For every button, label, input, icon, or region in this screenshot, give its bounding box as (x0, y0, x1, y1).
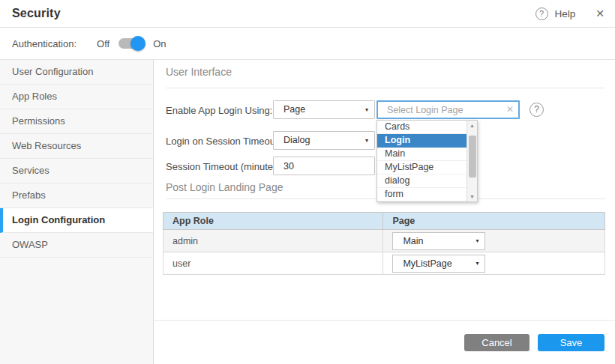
dropdown-option-form[interactable]: form (377, 188, 466, 201)
session-timeout-minutes-input[interactable] (273, 157, 375, 175)
section-title-post-login: Post Login Landing Page (166, 181, 283, 193)
close-icon[interactable]: ✕ (596, 7, 604, 19)
chevron-down-icon: ▾ (476, 255, 478, 272)
column-header-app-role: App Role (164, 213, 383, 230)
sidebar-item-owasp[interactable]: OWASP (0, 233, 153, 258)
dropdown-option-login-selected[interactable]: Login (377, 134, 466, 148)
scroll-down-icon[interactable]: ▼ (467, 194, 477, 199)
dialog-header: Security ? Help ✕ (0, 0, 615, 28)
column-header-page: Page (383, 213, 605, 230)
authentication-label: Authentication: (12, 38, 76, 49)
table-row: admin Main ▾ (164, 230, 605, 252)
toggle-thumb (130, 36, 146, 51)
sidebar-item-app-roles[interactable]: App Roles (0, 85, 153, 109)
session-timeout-mode-label: Login on Session Timeout: (166, 136, 280, 147)
scroll-up-icon[interactable]: ▲ (467, 123, 477, 128)
chevron-down-icon: ▾ (365, 132, 368, 149)
clear-input-icon[interactable]: ✕ (506, 104, 514, 115)
dropdown-option-cards[interactable]: Cards (377, 121, 466, 134)
sidebar-item-permissions[interactable]: Permissions (0, 109, 153, 134)
login-type-select-value: Page (284, 104, 305, 115)
authentication-bar: Authentication: Off On (0, 28, 615, 60)
session-timeout-mode-value: Dialog (284, 135, 310, 145)
login-type-select[interactable]: Page ▾ (273, 100, 375, 119)
sidebar: User Configuration App Roles Permissions… (0, 60, 154, 364)
toggle-on-label: On (153, 38, 166, 49)
dropdown-option-dialog[interactable]: dialog (377, 175, 466, 188)
field-help-icon[interactable]: ? (530, 103, 544, 117)
session-timeout-mode-select[interactable]: Dialog ▾ (273, 131, 375, 150)
dropdown-option-main[interactable]: Main (377, 148, 466, 161)
footer-divider (154, 320, 615, 321)
section-divider (166, 88, 605, 88)
login-page-input[interactable] (376, 100, 520, 119)
admin-page-value: Main (403, 236, 423, 246)
save-button[interactable]: Save (538, 334, 604, 351)
admin-page-select[interactable]: Main ▾ (392, 232, 485, 250)
security-dialog: Security ? Help ✕ Authentication: Off On… (0, 0, 615, 364)
sidebar-item-prefabs[interactable]: Prefabs (0, 183, 153, 208)
sidebar-item-services[interactable]: Services (0, 159, 153, 183)
sidebar-item-web-resources[interactable]: Web Resources (0, 134, 153, 159)
session-timeout-minutes-label: Session Timeout (minutes): (166, 161, 284, 172)
dropdown-scrollbar[interactable]: ▲ ▼ (466, 121, 477, 201)
sidebar-item-login-configuration[interactable]: Login Configuration (0, 208, 153, 233)
role-cell-admin: admin (164, 230, 383, 252)
content-panel: User Interface Enable App Login Using: P… (154, 60, 615, 364)
authentication-toggle[interactable] (118, 38, 143, 49)
dropdown-option-mylistpage[interactable]: MyListPage (377, 161, 466, 175)
chevron-down-icon: ▾ (476, 233, 478, 249)
cancel-button[interactable]: Cancel (464, 334, 530, 351)
user-page-select[interactable]: MyListPage ▾ (392, 255, 485, 273)
table-row: user MyListPage ▾ (164, 252, 605, 275)
login-page-dropdown-list: Cards Login Main MyListPage dialog form … (376, 120, 478, 202)
role-cell-user: user (164, 252, 383, 275)
user-page-value: MyListPage (403, 258, 452, 269)
page-title: Security (12, 7, 61, 20)
toggle-off-label: Off (97, 38, 110, 49)
help-link[interactable]: Help (555, 8, 576, 19)
help-icon[interactable]: ? (536, 7, 548, 20)
enable-app-login-label: Enable App Login Using: (166, 105, 272, 116)
landing-page-table: App Role Page admin Main ▾ user (163, 212, 605, 275)
scrollbar-thumb[interactable] (469, 136, 476, 178)
chevron-down-icon: ▾ (365, 101, 368, 118)
section-title-user-interface: User Interface (166, 66, 232, 78)
sidebar-item-user-configuration[interactable]: User Configuration (0, 60, 153, 85)
